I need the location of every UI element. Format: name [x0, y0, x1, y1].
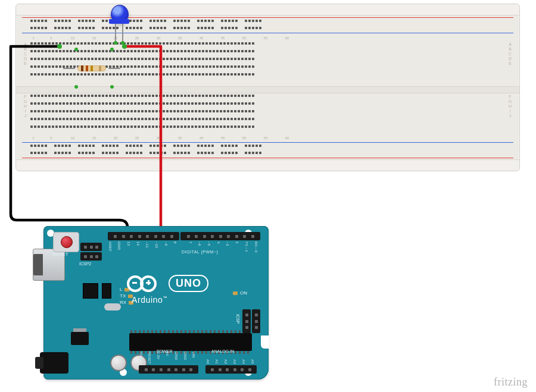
led-blue[interactable] [109, 5, 129, 29]
ic-chip-2 [102, 283, 111, 299]
icsp2-label: ICSP2 [79, 262, 91, 266]
power-rail-bottom[interactable] [30, 145, 505, 147]
led-anode-leg [122, 24, 123, 48]
infinity-logo-icon [127, 275, 163, 292]
digital-header-left[interactable] [108, 232, 179, 240]
terminal-strip-bottom[interactable] [30, 95, 505, 128]
atmega-ic [129, 333, 252, 351]
icsp2-header-row2[interactable] [80, 252, 102, 261]
power-header[interactable] [139, 365, 198, 374]
ic-chip-1 [83, 283, 98, 299]
analog-pin-labels: A0A1A2A3A4A5 [205, 359, 254, 364]
crystal-oscillator [104, 303, 121, 311]
led-cathode-leg [115, 24, 116, 42]
arduino-logo: UNO [127, 275, 208, 292]
arduino-uno-board: RESET ICSP2 AREFGND1312~11~10~987~6~54~3… [43, 226, 269, 380]
icsp-header[interactable] [252, 309, 260, 333]
model-badge: UNO [169, 275, 208, 292]
breadboard: ABCDE ABCDE FGHIJ FGHIJ 1 5 10 15 20 25 … [15, 4, 520, 171]
voltage-regulator [71, 332, 89, 345]
power-section-label: POWER [157, 349, 172, 353]
icsp-label: ICSP [236, 314, 240, 324]
resistor-body [77, 65, 106, 71]
digital-section-label: DIGITAL (PWM~) [182, 250, 218, 254]
digital-header-right[interactable] [180, 232, 260, 240]
reset-button[interactable] [53, 232, 79, 252]
resistor[interactable] [74, 64, 110, 73]
analog-header[interactable] [205, 365, 257, 374]
reset-label: RESET [53, 252, 68, 256]
dc-power-jack[interactable] [40, 352, 68, 374]
fritzing-watermark: fritzing [494, 376, 528, 388]
power-rail-bottom-2[interactable] [30, 152, 505, 154]
power-on-led: ON [233, 290, 247, 296]
center-divider [16, 86, 519, 93]
icsp-header-col2[interactable] [242, 309, 251, 333]
analog-section-label: ANALOG IN [211, 349, 234, 353]
brand-text: Arduino™ [132, 295, 167, 305]
icsp2-header[interactable] [80, 243, 102, 251]
power-pin-labels: IOREFRESET3.3V5VGNDGNDVIN [139, 352, 196, 364]
power-rail-top-2[interactable] [30, 27, 505, 29]
power-rail-top[interactable] [30, 20, 505, 22]
